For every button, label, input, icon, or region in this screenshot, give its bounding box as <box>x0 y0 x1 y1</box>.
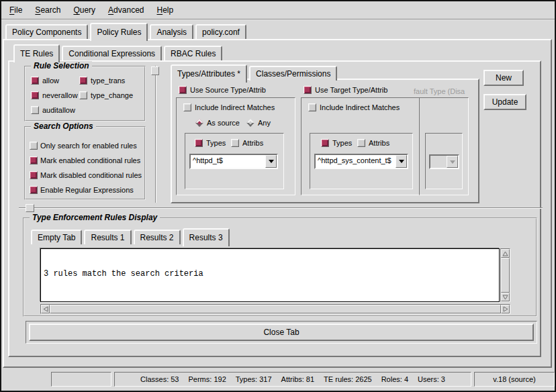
horizontal-scrollbar[interactable] <box>40 304 510 314</box>
checkbox-indicator[interactable] <box>31 91 39 99</box>
close-tab-button[interactable]: Close Tab <box>29 324 534 341</box>
tab-types-attributes[interactable]: Types/Attributes * <box>171 64 247 83</box>
tab-te-rules[interactable]: TE Rules <box>13 44 60 62</box>
scroll-down-icon[interactable] <box>501 293 510 301</box>
results-tabs: Empty Tab Results 1 Results 2 Results 3 <box>31 228 232 244</box>
dropdown-arrow-icon[interactable] <box>396 155 407 168</box>
checkbox-indicator[interactable] <box>308 103 316 111</box>
tab-results-2[interactable]: Results 2 <box>134 230 181 244</box>
checkbox-source-indirect[interactable]: Include Indirect Matches <box>183 103 275 111</box>
checkbox-source-attribs[interactable]: Attribs <box>231 139 263 147</box>
rule-type-tabs: TE Rules Conditional Expressions RBAC Ru… <box>13 44 224 60</box>
main-tabs: Policy Components Policy Rules Analysis … <box>5 23 248 39</box>
close-tab-label: Close Tab <box>263 328 299 337</box>
menu-help[interactable]: Help <box>156 5 173 15</box>
checkbox-target-indirect[interactable]: Include Indirect Matches <box>308 103 400 111</box>
checkbox-indicator[interactable] <box>79 77 87 85</box>
menu-file[interactable]: File <box>9 5 22 15</box>
tab-results-3[interactable]: Results 3 <box>183 228 230 246</box>
checkbox-label: Enable Regular Expressions <box>40 186 134 194</box>
tab-classes-permissions[interactable]: Classes/Permissions <box>249 66 337 81</box>
update-button[interactable]: Update <box>483 94 526 110</box>
checkbox-label: type_trans <box>91 77 125 85</box>
menu-query[interactable]: Query <box>73 5 95 15</box>
checkbox-indicator[interactable] <box>31 77 39 85</box>
radio-indicator[interactable] <box>195 119 203 126</box>
menubar: File Search Query Advanced Help <box>1 1 555 20</box>
vertical-scroll-thumb[interactable] <box>501 258 510 293</box>
tab-policy-rules[interactable]: Policy Rules <box>90 23 148 41</box>
checkbox-indicator[interactable] <box>30 186 38 194</box>
horizontal-scroll-thumb[interactable] <box>50 305 501 313</box>
update-button-label: Update <box>492 97 518 107</box>
checkbox-target-attribs[interactable]: Attribs <box>357 139 389 147</box>
checkbox-use-target-type[interactable]: Use Target Type/Attrib <box>304 86 387 94</box>
vertical-scrollbar[interactable] <box>500 248 510 302</box>
vertical-sash-handle[interactable] <box>151 66 159 75</box>
default-type-panel <box>419 97 469 195</box>
checkbox-label: Use Target Type/Attrib <box>315 86 387 94</box>
checkbox-source-types[interactable]: Types <box>195 139 226 147</box>
checkbox-indicator[interactable] <box>357 139 365 147</box>
checkbox-use-source-type[interactable]: Use Source Type/Attrib <box>179 86 266 94</box>
tab-conditional-expressions[interactable]: Conditional Expressions <box>62 46 162 60</box>
checkbox-allow[interactable]: allow <box>31 77 59 85</box>
checkbox-label: Mark disabled conditional rules <box>40 171 142 179</box>
checkbox-indicator[interactable] <box>179 86 187 94</box>
version-label: v.18 (source) <box>493 375 535 383</box>
results-group-title: Type Enforcement Rules Display <box>30 213 160 222</box>
policy-version-box: v.18 (source) <box>474 372 555 387</box>
checkbox-label: Mark enabled conditional rules <box>40 156 140 164</box>
radio-label: As source <box>207 119 240 127</box>
combobox-value[interactable]: ^httpd_sys_content_t$ <box>316 155 396 168</box>
checkbox-indicator[interactable] <box>79 91 87 99</box>
checkbox-indicator[interactable] <box>30 171 38 179</box>
tab-empty-tab[interactable]: Empty Tab <box>31 230 82 244</box>
stat-users: Users: 3 <box>418 375 445 383</box>
stat-roles: Roles: 4 <box>381 375 408 383</box>
checkbox-neverallow[interactable]: neverallow <box>31 91 78 99</box>
horizontal-sash-handle[interactable] <box>26 204 34 212</box>
default-type-label: fault Type (Disa <box>414 87 470 95</box>
checkbox-label: Include Indirect Matches <box>320 103 400 111</box>
scroll-left-icon[interactable] <box>41 305 50 313</box>
new-button[interactable]: New <box>483 70 524 86</box>
checkbox-indicator[interactable] <box>30 156 38 164</box>
default-type-inner-panel <box>425 133 463 189</box>
tab-analysis[interactable]: Analysis <box>150 24 193 39</box>
checkbox-indicator[interactable] <box>183 103 191 111</box>
results-textarea[interactable]: 3 rules match the search criteria (5822)… <box>40 248 500 302</box>
checkbox-type-change[interactable]: type_change <box>79 91 133 99</box>
checkbox-indicator[interactable] <box>321 139 329 147</box>
checkbox-indicator[interactable] <box>30 142 38 150</box>
checkbox-type-trans[interactable]: type_trans <box>79 77 125 85</box>
checkbox-mark-enabled-conditional[interactable]: Mark enabled conditional rules <box>30 156 140 164</box>
tab-policy-conf[interactable]: policy.conf <box>195 24 246 39</box>
tab-results-1[interactable]: Results 1 <box>84 230 131 244</box>
tab-policy-components[interactable]: Policy Components <box>5 24 88 39</box>
target-type-combobox[interactable]: ^httpd_sys_content_t$ <box>314 154 408 169</box>
checkbox-indicator[interactable] <box>231 139 239 147</box>
checkbox-indicator[interactable] <box>31 106 39 114</box>
checkbox-target-types[interactable]: Types <box>321 139 352 147</box>
checkbox-enable-regex[interactable]: Enable Regular Expressions <box>30 186 134 194</box>
menu-search[interactable]: Search <box>35 5 60 15</box>
source-types-panel: Types Attribs ^httpd_t$ <box>185 133 284 189</box>
checkbox-auditallow[interactable]: auditallow <box>31 106 75 114</box>
dropdown-arrow-icon[interactable] <box>265 155 277 168</box>
source-type-combobox[interactable]: ^httpd_t$ <box>189 154 278 169</box>
types-attributes-tabs: Types/Attributes * Classes/Permissions <box>171 64 339 81</box>
combobox-value[interactable]: ^httpd_t$ <box>191 155 265 168</box>
radio-any[interactable]: Any <box>246 119 271 127</box>
scroll-right-icon[interactable] <box>501 305 510 313</box>
checkbox-indicator[interactable] <box>195 139 203 147</box>
radio-indicator[interactable] <box>246 119 254 126</box>
checkbox-label: auditallow <box>42 106 75 114</box>
tab-rbac-rules[interactable]: RBAC Rules <box>164 46 222 60</box>
checkbox-indicator[interactable] <box>304 86 312 94</box>
scroll-up-icon[interactable] <box>501 249 510 258</box>
checkbox-mark-disabled-conditional[interactable]: Mark disabled conditional rules <box>30 171 142 179</box>
checkbox-only-enabled-rules[interactable]: Only search for enabled rules <box>30 142 137 150</box>
menu-advanced[interactable]: Advanced <box>108 5 144 15</box>
radio-as-source[interactable]: As source <box>195 119 240 127</box>
